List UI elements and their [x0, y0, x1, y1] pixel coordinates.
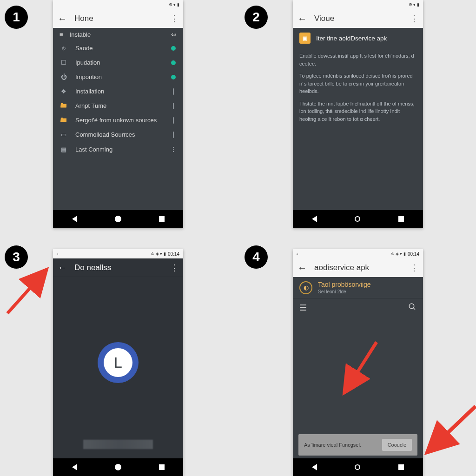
android-navbar [293, 210, 423, 228]
status-bar: ▫ ✲ ◈ ▾ ▮ 00:14 [53, 249, 183, 258]
phone-3: ▫ ✲ ◈ ▾ ▮ 00:14 ← Do neallss ⋮ L [53, 249, 183, 476]
row-label: Impontion [75, 73, 163, 80]
status-time: 00:14 [168, 251, 179, 257]
marker-icon [170, 88, 177, 95]
loading-bar [83, 440, 153, 449]
status-icons: ✲ ◈ ▾ ▮ [151, 251, 166, 256]
nav-recents-icon[interactable] [398, 464, 404, 470]
svg-line-3 [344, 342, 377, 393]
info-header: ▣ Iter tine aoidDservice apk [293, 28, 423, 48]
android-navbar [293, 458, 423, 476]
status-dot-icon [170, 60, 177, 65]
page-title: aodiservice apk [314, 263, 403, 272]
list-item[interactable]: Arnpt Tume [53, 99, 183, 113]
nav-recents-icon[interactable] [159, 464, 165, 470]
step-badge-1: 1 [5, 6, 28, 29]
app-launch-icon[interactable]: L [98, 342, 139, 383]
row-label: Installation [75, 88, 163, 95]
status-left-icon: ▫ [57, 251, 59, 257]
row-icon: ⏻ [60, 73, 68, 80]
snackbar-text: As ïimare vieal Funcgsel. [304, 442, 361, 448]
back-icon[interactable]: ← [298, 263, 307, 273]
row-label: Sergot'é from unkown sources [75, 117, 163, 124]
nav-back-icon[interactable] [312, 216, 317, 222]
status-icons: ⚙ ▾ ▮ [169, 2, 179, 7]
nav-recents-icon[interactable] [159, 216, 165, 222]
file-name: Taol probösorviige [318, 281, 371, 288]
info-para-2: To pgtece mdénbis sanloced deiscé froi'n… [299, 72, 416, 95]
action-bar: ← Vioue ⋮ [293, 9, 423, 28]
step-badge-2: 2 [245, 6, 268, 29]
arrow-indicator-icon [417, 402, 476, 467]
back-icon[interactable]: ← [298, 13, 307, 24]
svg-line-2 [413, 308, 415, 310]
row-icon: ☐ [60, 59, 68, 66]
row-label: Ipudation [75, 59, 163, 66]
row-icon: ▤ [60, 146, 68, 153]
phone-4: ▫ ✲ ◈ ▾ ▮ 00:14 ← aodiservice apk ⋮ ◐ Ta… [293, 249, 423, 476]
row-icon: ❖ [60, 88, 68, 95]
page-title: Vioue [314, 14, 403, 23]
nav-back-icon[interactable] [312, 464, 317, 470]
marker-icon [170, 132, 177, 138]
list-item[interactable]: ▭Commolload Sourrces [53, 127, 183, 142]
snackbar: As ïimare vieal Funcgsel. Cooucle [298, 434, 417, 456]
settings-list: ≡ Instable ⇔ ⎋Saode☐Ipudation⏻Impontion❖… [53, 28, 183, 157]
step-badge-4: 4 [245, 245, 268, 269]
list-item[interactable]: ⏻Impontion [53, 70, 183, 84]
svg-line-0 [7, 269, 47, 313]
back-icon[interactable]: ← [58, 13, 67, 24]
step-4-cell: 4 ▫ ✲ ◈ ▾ ▮ 00:14 ← aodiservice apk ⋮ ◐ … [240, 240, 476, 476]
overflow-icon[interactable]: ⋮ [410, 13, 418, 24]
step-badge-3: 3 [5, 245, 28, 269]
nav-home-icon[interactable] [355, 216, 360, 222]
search-icon[interactable] [408, 303, 416, 313]
status-icons: ✲ ◈ ▾ ▮ [390, 251, 406, 256]
status-bar: ⚙ ▾ ▮ [293, 0, 423, 9]
status-dot-icon [170, 46, 177, 51]
row-icon: ▭ [60, 131, 68, 138]
link-icon[interactable]: ⇔ [171, 31, 177, 38]
nav-home-icon[interactable] [355, 464, 360, 470]
marker-icon [170, 117, 177, 124]
phone-2: ⚙ ▾ ▮ ← Vioue ⋮ ▣ Iter tine aoidDservice… [293, 0, 423, 228]
nav-recents-icon[interactable] [398, 216, 404, 222]
step-1-cell: 1 ⚙ ▾ ▮ ← Hone ⋮ ≡ Instable ⇔ ⎋Saode☐Ipu… [0, 0, 236, 236]
nav-back-icon[interactable] [72, 216, 77, 222]
marker-icon [170, 103, 177, 109]
list-item[interactable]: ☐Ipudation [53, 55, 183, 70]
hamburger-icon[interactable]: ≡ [60, 31, 63, 38]
svg-point-1 [409, 304, 414, 309]
row-label: Saode [75, 45, 163, 52]
list-item[interactable]: ❖Installation [53, 84, 183, 99]
status-time: 00:14 [408, 251, 419, 257]
overflow-icon[interactable]: ⋮ [170, 145, 177, 153]
snackbar-action-button[interactable]: Cooucle [382, 439, 412, 451]
nav-home-icon[interactable] [115, 464, 121, 470]
row-label: Last Conming [75, 146, 163, 153]
arrow-indicator-icon [3, 262, 54, 318]
section-header: ≡ Instable ⇔ [53, 28, 183, 41]
file-header[interactable]: ◐ Taol probösorviige Sel leoní 2lde [293, 277, 423, 298]
folder-icon [60, 117, 68, 124]
row-label: Commolload Sourrces [75, 131, 163, 138]
list-item[interactable]: ▤Last Conming⋮ [53, 142, 183, 157]
status-left-icon: ▫ [297, 251, 298, 257]
info-body: Enablle dowesst instif app It s lest for… [293, 48, 423, 131]
back-icon[interactable]: ← [58, 262, 67, 273]
menu-icon[interactable]: ☰ [299, 303, 307, 313]
info-title: Iter tine aoidDservice apk [316, 35, 387, 42]
overflow-icon[interactable]: ⋮ [170, 13, 178, 24]
status-bar: ⚙ ▾ ▮ [53, 0, 183, 9]
app-letter: L [104, 348, 132, 377]
overflow-icon[interactable]: ⋮ [170, 263, 178, 273]
list-item[interactable]: Sergot'é from unkown sources [53, 113, 183, 127]
svg-line-4 [427, 406, 476, 453]
list-item[interactable]: ⎋Saode [53, 41, 183, 55]
sub-toolbar: ☰ [293, 298, 423, 317]
step-3-cell: 3 ▫ ✲ ◈ ▾ ▮ 00:14 ← Do neallss ⋮ L [0, 240, 236, 476]
row-label: Arnpt Tume [75, 102, 163, 109]
nav-back-icon[interactable] [72, 464, 77, 470]
nav-home-icon[interactable] [115, 216, 121, 222]
overflow-icon[interactable]: ⋮ [410, 263, 418, 273]
